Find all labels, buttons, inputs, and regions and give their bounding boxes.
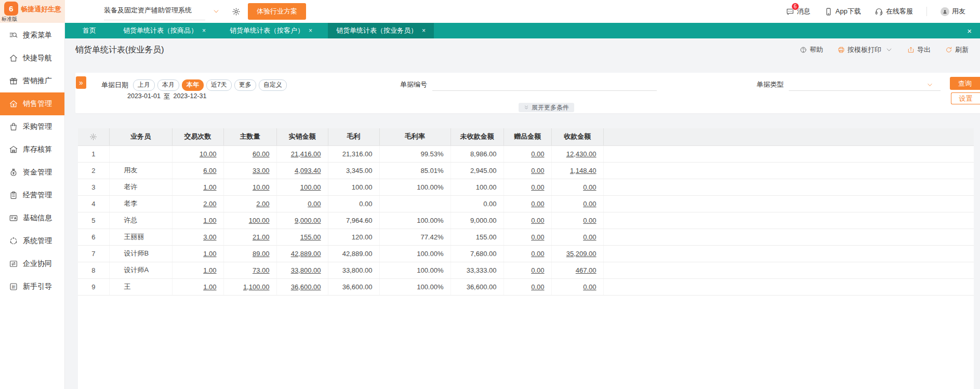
sidebar-item[interactable]: 销售管理 <box>0 92 64 115</box>
value-cell[interactable]: 21.00 <box>223 229 276 245</box>
value-cell[interactable]: 0.00 <box>504 195 551 212</box>
value-cell[interactable]: 0.00 <box>551 195 603 212</box>
value-cell[interactable]: 1.00 <box>172 179 223 195</box>
tab[interactable]: 销货单统计表（按客户）× <box>221 23 321 38</box>
column-header[interactable]: 毛利 <box>328 128 379 145</box>
value-cell[interactable]: 21,416.00 <box>276 145 328 162</box>
collapse-filter-button[interactable]: » <box>76 76 86 89</box>
messages-button[interactable]: 消息 6 <box>786 7 811 16</box>
value-cell[interactable]: 0.00 <box>504 229 551 245</box>
sidebar-item[interactable]: 库存核算 <box>0 138 64 161</box>
value-cell[interactable]: 6.00 <box>172 162 223 179</box>
value-cell[interactable]: 0.00 <box>504 278 551 295</box>
date-preset-pill[interactable]: 本年 <box>182 79 204 91</box>
print-by-template-button[interactable]: 按模板打印 <box>838 45 893 55</box>
value-cell[interactable]: 3.00 <box>172 229 223 245</box>
value-cell[interactable]: 4,093.40 <box>276 162 328 179</box>
close-tab-icon[interactable]: × <box>309 27 312 34</box>
trial-industry-button[interactable]: 体验行业方案 <box>248 3 306 20</box>
column-header[interactable]: 交易次数 <box>172 128 223 145</box>
value-cell[interactable]: 73.00 <box>223 262 276 278</box>
column-header[interactable]: 主数量 <box>223 128 276 145</box>
value-cell[interactable]: 0.00 <box>551 212 603 229</box>
doc-no-input[interactable] <box>432 80 657 91</box>
value-cell[interactable]: 10.00 <box>223 179 276 195</box>
sidebar-item[interactable]: 营销推广 <box>0 70 64 92</box>
value-cell[interactable]: 33,800.00 <box>276 262 328 278</box>
close-tab-icon[interactable]: × <box>202 27 206 34</box>
column-header[interactable]: 未收款金额 <box>451 128 504 145</box>
value-cell[interactable]: 0.00 <box>504 212 551 229</box>
value-cell[interactable]: 12,430.00 <box>551 145 603 162</box>
gear-icon[interactable] <box>232 7 241 16</box>
value-cell[interactable]: 0.00 <box>504 245 551 262</box>
value-cell[interactable]: 1.00 <box>172 262 223 278</box>
expand-more-conditions-button[interactable]: 展开更多条件 <box>519 103 574 112</box>
column-header[interactable]: 实销金额 <box>276 128 328 145</box>
date-range[interactable]: 2023-01-01 至 2023-12-31 <box>127 92 206 101</box>
column-header[interactable]: 收款金额 <box>551 128 603 145</box>
value-cell[interactable]: 35,209.00 <box>551 245 603 262</box>
value-cell[interactable]: 0.00 <box>504 262 551 278</box>
column-header[interactable]: 赠品金额 <box>504 128 551 145</box>
sidebar-item[interactable]: 系统管理 <box>0 230 64 252</box>
date-preset-pill[interactable]: 更多 <box>234 79 256 91</box>
column-settings-header[interactable] <box>78 128 109 145</box>
export-button[interactable]: 导出 <box>907 45 931 55</box>
sidebar-item[interactable]: 资金管理 <box>0 161 64 184</box>
value-cell[interactable]: 60.00 <box>223 145 276 162</box>
value-cell[interactable]: 100.00 <box>276 179 328 195</box>
value-cell[interactable]: 0.00 <box>551 278 603 295</box>
value-cell[interactable]: 36,600.00 <box>276 278 328 295</box>
close-all-tabs-icon[interactable]: × <box>967 27 972 35</box>
value-cell[interactable]: 2.00 <box>172 195 223 212</box>
value-cell[interactable]: 1,148.40 <box>551 162 603 179</box>
search-button[interactable]: 查询 <box>950 77 980 90</box>
value-cell[interactable]: 0.00 <box>504 162 551 179</box>
sidebar-item[interactable]: 快捷导航 <box>0 47 64 70</box>
value-cell[interactable]: 1,100.00 <box>223 278 276 295</box>
user-menu[interactable]: 用友 <box>941 7 965 16</box>
value-cell[interactable]: 0.00 <box>504 179 551 195</box>
value-cell[interactable]: 155.00 <box>276 229 328 245</box>
date-preset-pill[interactable]: 上月 <box>133 79 155 91</box>
tab[interactable]: 销货单统计表（按商品）× <box>115 23 214 38</box>
value-cell[interactable]: 0.00 <box>551 179 603 195</box>
refresh-button[interactable]: 刷新 <box>945 45 969 55</box>
sidebar-item[interactable]: 基础信息 <box>0 207 64 230</box>
value-cell[interactable]: 0.00 <box>276 195 328 212</box>
value-cell[interactable]: 1.00 <box>172 278 223 295</box>
sidebar-item[interactable]: 搜索菜单 <box>0 24 64 47</box>
system-select-dropdown[interactable]: 装备及固定资产辅助管理系统 <box>104 3 220 20</box>
value-cell[interactable]: 0.00 <box>504 145 551 162</box>
date-preset-pill[interactable]: 近7天 <box>206 79 232 91</box>
value-cell[interactable]: 467.00 <box>551 262 603 278</box>
value-cell: 100.00% <box>379 179 451 195</box>
date-preset-pill[interactable]: 本月 <box>157 79 179 91</box>
value-cell[interactable]: 2.00 <box>223 195 276 212</box>
value-cell[interactable]: 10.00 <box>172 145 223 162</box>
value-cell[interactable]: 100.00 <box>223 212 276 229</box>
sidebar-item[interactable]: 新新手引导 <box>0 275 64 298</box>
doc-type-select[interactable] <box>789 80 941 91</box>
column-header[interactable]: 毛利率 <box>379 128 451 145</box>
settings-button[interactable]: 设置 <box>951 92 980 104</box>
value-cell[interactable]: 1.00 <box>172 212 223 229</box>
sidebar-item[interactable]: 采购管理 <box>0 115 64 138</box>
sidebar-item[interactable]: 企业协同 <box>0 252 64 275</box>
value-cell[interactable]: 89.00 <box>223 245 276 262</box>
sidebar-item[interactable]: 经营管理 <box>0 184 64 207</box>
value-cell[interactable]: 0.00 <box>551 229 603 245</box>
online-service-button[interactable]: 在线客服 <box>875 7 913 16</box>
column-header[interactable]: 业务员 <box>109 128 172 145</box>
close-tab-icon[interactable]: × <box>422 27 426 34</box>
value-cell[interactable]: 42,889.00 <box>276 245 328 262</box>
date-preset-pill[interactable]: 自定义 <box>259 79 287 91</box>
value-cell[interactable]: 9,000.00 <box>276 212 328 229</box>
value-cell[interactable]: 33.00 <box>223 162 276 179</box>
value-cell[interactable]: 1.00 <box>172 245 223 262</box>
tab[interactable]: 首页 <box>71 23 108 38</box>
tab[interactable]: 销货单统计表（按业务员）× <box>328 23 434 38</box>
help-button[interactable]: 帮助 <box>800 45 823 55</box>
app-download-button[interactable]: App下载 <box>824 7 861 16</box>
